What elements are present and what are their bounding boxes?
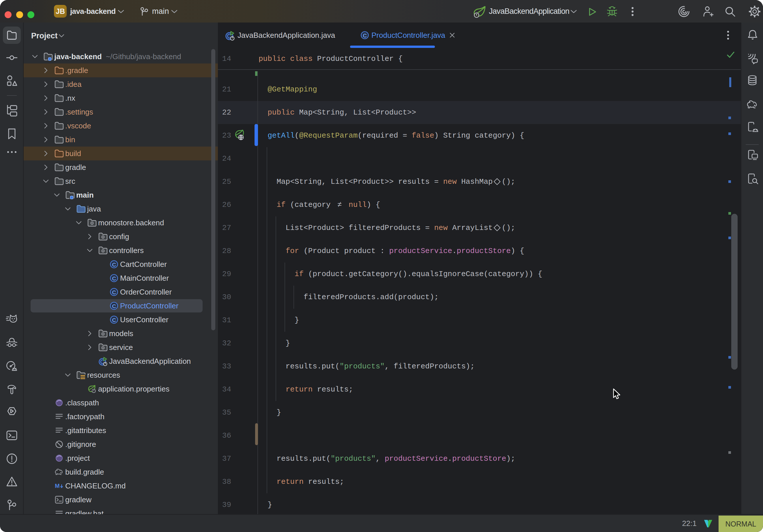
svg-text:C: C — [112, 275, 116, 281]
svg-text:M: M — [55, 483, 60, 489]
svg-text:C: C — [112, 262, 116, 268]
svg-text:C: C — [112, 317, 116, 323]
svg-text:C: C — [112, 289, 116, 295]
svg-text:C: C — [363, 33, 367, 39]
svg-text:C: C — [112, 303, 116, 309]
